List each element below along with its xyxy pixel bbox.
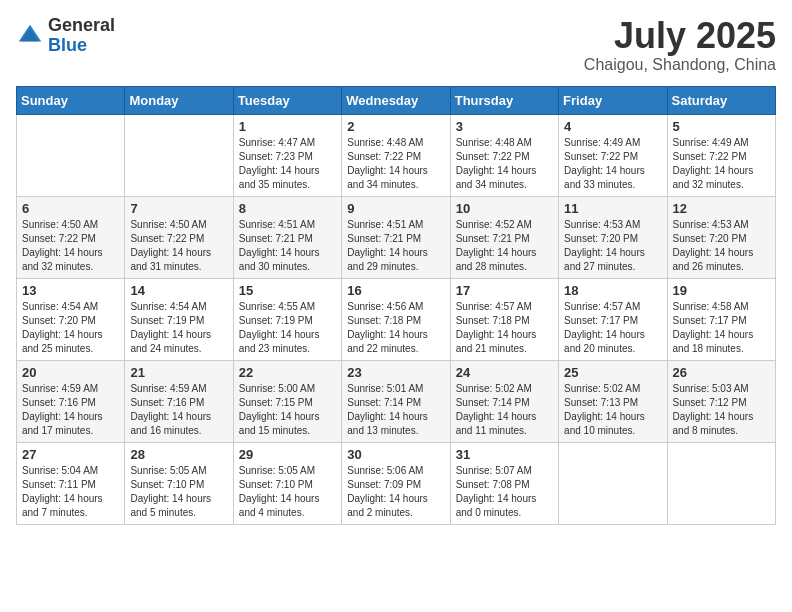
day-content: Sunrise: 5:01 AM Sunset: 7:14 PM Dayligh… <box>347 382 444 438</box>
day-number: 10 <box>456 201 553 216</box>
day-content: Sunrise: 4:50 AM Sunset: 7:22 PM Dayligh… <box>130 218 227 274</box>
calendar-cell: 24Sunrise: 5:02 AM Sunset: 7:14 PM Dayli… <box>450 360 558 442</box>
day-content: Sunrise: 4:53 AM Sunset: 7:20 PM Dayligh… <box>564 218 661 274</box>
calendar-cell: 21Sunrise: 4:59 AM Sunset: 7:16 PM Dayli… <box>125 360 233 442</box>
calendar-table: SundayMondayTuesdayWednesdayThursdayFrid… <box>16 86 776 525</box>
calendar-cell: 28Sunrise: 5:05 AM Sunset: 7:10 PM Dayli… <box>125 442 233 524</box>
day-content: Sunrise: 5:07 AM Sunset: 7:08 PM Dayligh… <box>456 464 553 520</box>
calendar-cell: 25Sunrise: 5:02 AM Sunset: 7:13 PM Dayli… <box>559 360 667 442</box>
calendar-week-row: 1Sunrise: 4:47 AM Sunset: 7:23 PM Daylig… <box>17 114 776 196</box>
day-content: Sunrise: 4:59 AM Sunset: 7:16 PM Dayligh… <box>22 382 119 438</box>
calendar-week-row: 27Sunrise: 5:04 AM Sunset: 7:11 PM Dayli… <box>17 442 776 524</box>
day-number: 1 <box>239 119 336 134</box>
logo-general: General <box>48 16 115 36</box>
day-content: Sunrise: 4:57 AM Sunset: 7:18 PM Dayligh… <box>456 300 553 356</box>
day-number: 9 <box>347 201 444 216</box>
calendar-cell: 2Sunrise: 4:48 AM Sunset: 7:22 PM Daylig… <box>342 114 450 196</box>
calendar-cell: 17Sunrise: 4:57 AM Sunset: 7:18 PM Dayli… <box>450 278 558 360</box>
day-content: Sunrise: 4:48 AM Sunset: 7:22 PM Dayligh… <box>456 136 553 192</box>
day-content: Sunrise: 4:51 AM Sunset: 7:21 PM Dayligh… <box>239 218 336 274</box>
day-number: 7 <box>130 201 227 216</box>
calendar-cell: 9Sunrise: 4:51 AM Sunset: 7:21 PM Daylig… <box>342 196 450 278</box>
day-number: 30 <box>347 447 444 462</box>
day-content: Sunrise: 4:50 AM Sunset: 7:22 PM Dayligh… <box>22 218 119 274</box>
calendar-cell: 30Sunrise: 5:06 AM Sunset: 7:09 PM Dayli… <box>342 442 450 524</box>
day-number: 11 <box>564 201 661 216</box>
calendar-cell: 16Sunrise: 4:56 AM Sunset: 7:18 PM Dayli… <box>342 278 450 360</box>
day-content: Sunrise: 4:52 AM Sunset: 7:21 PM Dayligh… <box>456 218 553 274</box>
calendar-cell: 14Sunrise: 4:54 AM Sunset: 7:19 PM Dayli… <box>125 278 233 360</box>
calendar-cell: 26Sunrise: 5:03 AM Sunset: 7:12 PM Dayli… <box>667 360 775 442</box>
weekday-header: Thursday <box>450 86 558 114</box>
day-content: Sunrise: 4:58 AM Sunset: 7:17 PM Dayligh… <box>673 300 770 356</box>
calendar-cell: 19Sunrise: 4:58 AM Sunset: 7:17 PM Dayli… <box>667 278 775 360</box>
day-number: 3 <box>456 119 553 134</box>
day-number: 25 <box>564 365 661 380</box>
day-number: 16 <box>347 283 444 298</box>
day-number: 15 <box>239 283 336 298</box>
day-number: 18 <box>564 283 661 298</box>
day-number: 4 <box>564 119 661 134</box>
weekday-header: Monday <box>125 86 233 114</box>
calendar-cell: 31Sunrise: 5:07 AM Sunset: 7:08 PM Dayli… <box>450 442 558 524</box>
day-number: 8 <box>239 201 336 216</box>
calendar-cell: 5Sunrise: 4:49 AM Sunset: 7:22 PM Daylig… <box>667 114 775 196</box>
day-number: 14 <box>130 283 227 298</box>
calendar-cell: 1Sunrise: 4:47 AM Sunset: 7:23 PM Daylig… <box>233 114 341 196</box>
calendar-cell: 8Sunrise: 4:51 AM Sunset: 7:21 PM Daylig… <box>233 196 341 278</box>
calendar-cell: 18Sunrise: 4:57 AM Sunset: 7:17 PM Dayli… <box>559 278 667 360</box>
day-content: Sunrise: 4:56 AM Sunset: 7:18 PM Dayligh… <box>347 300 444 356</box>
day-number: 20 <box>22 365 119 380</box>
day-content: Sunrise: 5:06 AM Sunset: 7:09 PM Dayligh… <box>347 464 444 520</box>
day-number: 23 <box>347 365 444 380</box>
day-content: Sunrise: 4:55 AM Sunset: 7:19 PM Dayligh… <box>239 300 336 356</box>
day-content: Sunrise: 4:57 AM Sunset: 7:17 PM Dayligh… <box>564 300 661 356</box>
logo-icon <box>16 22 44 50</box>
day-number: 12 <box>673 201 770 216</box>
day-number: 26 <box>673 365 770 380</box>
day-number: 21 <box>130 365 227 380</box>
weekday-header: Sunday <box>17 86 125 114</box>
day-number: 29 <box>239 447 336 462</box>
logo: General Blue <box>16 16 115 56</box>
day-number: 24 <box>456 365 553 380</box>
title-area: July 2025 Chaigou, Shandong, China <box>584 16 776 74</box>
logo-blue: Blue <box>48 36 115 56</box>
day-content: Sunrise: 4:54 AM Sunset: 7:19 PM Dayligh… <box>130 300 227 356</box>
calendar-week-row: 6Sunrise: 4:50 AM Sunset: 7:22 PM Daylig… <box>17 196 776 278</box>
day-content: Sunrise: 5:03 AM Sunset: 7:12 PM Dayligh… <box>673 382 770 438</box>
calendar-week-row: 13Sunrise: 4:54 AM Sunset: 7:20 PM Dayli… <box>17 278 776 360</box>
calendar-cell: 20Sunrise: 4:59 AM Sunset: 7:16 PM Dayli… <box>17 360 125 442</box>
calendar-cell: 23Sunrise: 5:01 AM Sunset: 7:14 PM Dayli… <box>342 360 450 442</box>
day-content: Sunrise: 5:05 AM Sunset: 7:10 PM Dayligh… <box>239 464 336 520</box>
day-number: 6 <box>22 201 119 216</box>
calendar-cell: 22Sunrise: 5:00 AM Sunset: 7:15 PM Dayli… <box>233 360 341 442</box>
calendar-cell: 13Sunrise: 4:54 AM Sunset: 7:20 PM Dayli… <box>17 278 125 360</box>
day-content: Sunrise: 4:53 AM Sunset: 7:20 PM Dayligh… <box>673 218 770 274</box>
day-number: 5 <box>673 119 770 134</box>
weekday-header: Saturday <box>667 86 775 114</box>
page-header: General Blue July 2025 Chaigou, Shandong… <box>16 16 776 74</box>
calendar-cell <box>17 114 125 196</box>
day-content: Sunrise: 5:00 AM Sunset: 7:15 PM Dayligh… <box>239 382 336 438</box>
day-number: 17 <box>456 283 553 298</box>
day-content: Sunrise: 4:49 AM Sunset: 7:22 PM Dayligh… <box>564 136 661 192</box>
calendar-cell: 4Sunrise: 4:49 AM Sunset: 7:22 PM Daylig… <box>559 114 667 196</box>
weekday-header: Tuesday <box>233 86 341 114</box>
day-number: 2 <box>347 119 444 134</box>
day-content: Sunrise: 5:02 AM Sunset: 7:13 PM Dayligh… <box>564 382 661 438</box>
day-number: 13 <box>22 283 119 298</box>
calendar-cell: 10Sunrise: 4:52 AM Sunset: 7:21 PM Dayli… <box>450 196 558 278</box>
day-number: 28 <box>130 447 227 462</box>
weekday-header: Wednesday <box>342 86 450 114</box>
calendar-cell <box>559 442 667 524</box>
calendar-week-row: 20Sunrise: 4:59 AM Sunset: 7:16 PM Dayli… <box>17 360 776 442</box>
calendar-cell <box>667 442 775 524</box>
day-content: Sunrise: 4:54 AM Sunset: 7:20 PM Dayligh… <box>22 300 119 356</box>
calendar-cell: 12Sunrise: 4:53 AM Sunset: 7:20 PM Dayli… <box>667 196 775 278</box>
calendar-cell: 29Sunrise: 5:05 AM Sunset: 7:10 PM Dayli… <box>233 442 341 524</box>
day-content: Sunrise: 5:02 AM Sunset: 7:14 PM Dayligh… <box>456 382 553 438</box>
calendar-cell: 27Sunrise: 5:04 AM Sunset: 7:11 PM Dayli… <box>17 442 125 524</box>
calendar-cell: 3Sunrise: 4:48 AM Sunset: 7:22 PM Daylig… <box>450 114 558 196</box>
day-number: 27 <box>22 447 119 462</box>
